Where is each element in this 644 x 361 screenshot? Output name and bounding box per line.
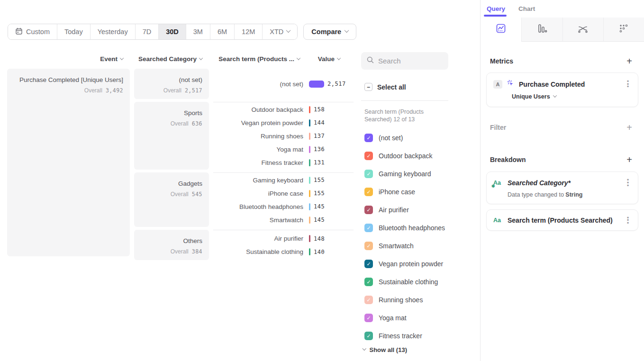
table-row[interactable]: Bluetooth headphones 145 [213,200,354,213]
table-row[interactable]: Sustainable clothing 140 [213,245,354,259]
list-item[interactable]: ✓ Bluetooth headphones [364,219,445,237]
table-row[interactable]: Running shoes 137 [213,129,354,143]
list-item[interactable]: ✓ Outdoor backpack [364,147,445,165]
list-item[interactable]: ✓ Smartwatch [364,237,445,255]
tab-chart[interactable]: Chart [518,5,535,12]
chevron-down-icon [199,56,203,60]
series-search[interactable] [361,52,448,70]
series-checkbox[interactable]: ✓ [364,188,373,196]
flows-tab[interactable] [562,18,603,42]
category-cell[interactable]: Others Overall384 [134,230,209,260]
chevron-down-icon [286,28,291,33]
series-checkbox[interactable]: ✓ [364,260,373,268]
series-label: Bluetooth headphones [379,224,445,232]
search-term-label: Bluetooth headphones [213,203,303,210]
table-row[interactable]: iPhone case 155 [213,187,354,200]
value-bar [309,119,310,126]
chevron-down-icon [553,93,556,97]
value-label: 2,517 [327,81,346,87]
category-cell[interactable]: Sports Overall636 [134,102,209,170]
table-row[interactable]: Yoga mat 136 [213,143,354,156]
series-panel: − Select all Search term (Products Searc… [358,0,480,361]
list-item[interactable]: ✓ Running shoes [364,291,445,309]
date-range-6m[interactable]: 6M [210,24,235,39]
search-input[interactable] [378,57,435,65]
table-row[interactable]: Vegan protein powder 144 [213,116,354,129]
column-header-value[interactable]: Value [303,55,340,63]
date-range-custom[interactable]: Custom [8,24,57,39]
add-breakdown-button[interactable]: + [624,154,635,165]
date-range-xtd[interactable]: XTD [263,24,297,39]
date-range-7d[interactable]: 7D [136,24,159,39]
series-label: Outdoor backpack [379,152,433,160]
list-item[interactable]: ✓ Gaming keyboard [364,165,445,183]
date-range-today[interactable]: Today [57,24,91,39]
value-label: 137 [314,133,325,139]
value-bar [309,81,324,88]
kebab-menu-icon[interactable]: ••• [625,80,631,89]
category-cell[interactable]: (not set) Overall2,517 [134,69,209,99]
series-checkbox[interactable]: ✓ [364,242,373,250]
kebab-menu-icon[interactable]: ••• [625,179,631,187]
table-row[interactable]: Outdoor backpack 158 [213,103,354,116]
insights-tab[interactable] [481,18,521,42]
table-group: Gadgets Overall545 Gaming keyboard 155 i… [134,172,354,227]
tab-query[interactable]: Query [487,5,505,12]
show-all-button[interactable]: Show all (13) [363,346,407,353]
series-checkbox[interactable]: ✓ [364,134,373,142]
series-checkbox[interactable]: ✓ [364,278,373,286]
list-item[interactable]: ✓ Sustainable clothing [364,273,445,291]
value-label: 144 [314,119,325,126]
series-checkbox[interactable]: ✓ [364,296,373,304]
list-item[interactable]: ✓ iPhone case [364,183,445,201]
compare-button[interactable]: Compare [303,24,356,40]
value-bar [309,177,310,184]
list-item[interactable]: ✓ (not set) [364,129,445,147]
value-bar [309,159,310,166]
list-item[interactable]: ✓ Fitness tracker [364,327,445,345]
event-name: Purchase Completed [Unique Users] [12,76,123,84]
list-item[interactable]: ✓ Yoga mat [364,309,445,327]
column-header-event[interactable]: Event [7,55,123,63]
event-cell[interactable]: Purchase Completed [Unique Users] Overal… [7,69,130,256]
select-all[interactable]: − Select all [364,83,406,91]
metric-card[interactable]: A Purchase Completed ••• Unique Users [486,72,638,107]
date-range-30d[interactable]: 30D [159,24,186,39]
series-checkbox[interactable]: ✓ [364,332,373,340]
breakdown-card-search-term[interactable]: Aa Search term (Products Searched) ••• [486,209,638,231]
add-filter-button[interactable]: + [624,122,635,133]
add-metric-button[interactable]: + [624,56,635,66]
date-range-yesterday[interactable]: Yesterday [91,24,136,39]
column-header-searched-category[interactable]: Searched Category [134,55,202,63]
insights-icon [495,23,507,36]
table-row[interactable]: Air purifier 148 [213,232,354,245]
select-all-checkbox[interactable]: − [364,83,372,91]
date-range-12m[interactable]: 12M [235,24,263,39]
category-overall: Overall545 [139,191,202,198]
value-bar [309,248,310,255]
table-row[interactable]: Smartwatch 145 [213,213,354,226]
table-row[interactable]: Fitness tracker 131 [213,156,354,169]
metric-counting-method[interactable]: Unique Users [512,93,631,100]
series-checkbox[interactable]: ✓ [364,206,373,214]
series-label: Sustainable clothing [379,278,438,286]
breakdown-card-searched-category[interactable]: Aa✱ Searched Category* ••• Data type cha… [486,171,638,204]
category-cell[interactable]: Gadgets Overall545 [134,172,209,227]
series-label: Vegan protein powder [379,260,443,268]
funnels-tab[interactable] [521,18,562,42]
series-checkbox[interactable]: ✓ [364,170,373,178]
retention-tab[interactable] [603,18,644,42]
series-checkbox[interactable]: ✓ [364,224,373,232]
list-item[interactable]: ✓ Vegan protein powder [364,255,445,273]
series-checkbox[interactable]: ✓ [364,314,373,322]
kebab-menu-icon[interactable]: ••• [625,217,631,225]
date-range-3m[interactable]: 3M [186,24,210,39]
column-header-search-term[interactable]: Search term (Products ... [213,55,300,63]
series-checkbox[interactable]: ✓ [364,152,373,160]
table-row[interactable]: Gaming keyboard 155 [213,173,354,187]
table-row[interactable]: (not set) 2,517 [213,77,354,90]
list-item[interactable]: ✓ Air purifier [364,201,445,219]
search-term-label: Running shoes [213,133,303,140]
value-bar [309,106,310,113]
chevron-down-icon [120,56,124,60]
